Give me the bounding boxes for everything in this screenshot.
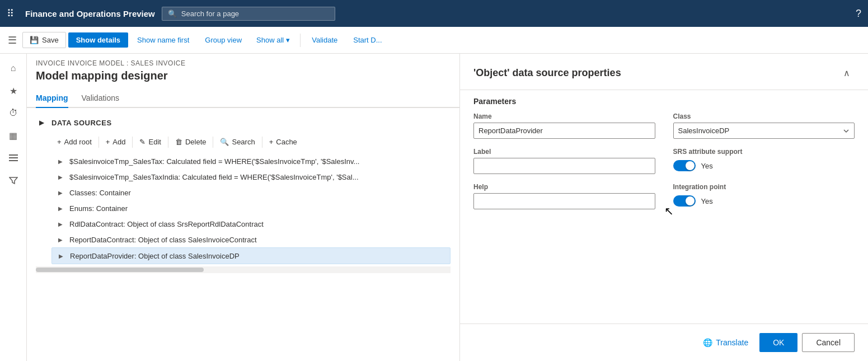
show-details-button[interactable]: Show details: [68, 32, 128, 48]
class-select[interactable]: SalesInvoiceDP: [673, 123, 855, 139]
ok-button[interactable]: OK: [759, 333, 797, 352]
delete-icon: 🗑: [175, 138, 182, 146]
integration-label: Integration point: [673, 183, 855, 191]
add-root-button[interactable]: + Add root: [51, 135, 97, 149]
chevron-right-icon: ▶: [56, 157, 65, 166]
parameters-section-header[interactable]: Parameters: [460, 90, 868, 112]
main-toolbar: ☰ 💾 Save Show details Show name first Gr…: [0, 27, 868, 54]
delete-button[interactable]: 🗑 Delete: [170, 135, 212, 149]
show-all-button[interactable]: Show all ▾: [251, 32, 295, 48]
svg-rect-2: [9, 160, 18, 161]
help-label: Help: [473, 183, 655, 191]
integration-toggle-thumb: [686, 196, 695, 205]
srs-toggle-label: Yes: [701, 162, 713, 170]
grid-icon[interactable]: ⠿: [7, 7, 14, 20]
panel-collapse-button[interactable]: ∧: [839, 65, 855, 81]
breadcrumb: INVOICE INVOICE MODEL : SALES INVOICE: [27, 54, 459, 67]
group-view-button[interactable]: Group view: [198, 32, 248, 48]
chevron-right-icon: ▶: [57, 251, 65, 260]
cursor-pointer: ↖: [664, 205, 674, 217]
ds-expand-button[interactable]: ▶: [36, 117, 47, 128]
tree-item[interactable]: ▶ RdlDataContract: Object of class SrsRe…: [51, 216, 451, 232]
tab-validations[interactable]: Validations: [82, 89, 119, 108]
cache-button[interactable]: + Cache: [264, 135, 303, 149]
show-name-first-button[interactable]: Show name first: [130, 32, 196, 48]
sidebar-item-list[interactable]: [3, 148, 24, 168]
validate-button[interactable]: Validate: [305, 32, 344, 48]
class-select-wrapper: SalesInvoiceDP: [673, 123, 855, 139]
sidebar-icons: ⌂ ★ ⏱ ▦: [0, 54, 27, 361]
ds-toolbar-sep2: [132, 137, 133, 148]
integration-toggle-row: Yes ↖: [673, 195, 855, 207]
search-placeholder: Search for a page: [181, 10, 239, 18]
panel-header: 'Object' data source properties ∧: [460, 54, 868, 90]
content-area: INVOICE INVOICE MODEL : SALES INVOICE Mo…: [27, 54, 459, 361]
toolbar-separator: [300, 34, 301, 47]
start-d-button[interactable]: Start D...: [346, 32, 388, 48]
tree-item[interactable]: ▶ ReportDataContract: Object of class Sa…: [51, 232, 451, 247]
ds-header: ▶ DATA SOURCES: [36, 112, 451, 133]
parameters-section-title: Parameters: [473, 97, 516, 106]
tree-item[interactable]: ▶ $SalesinvoiceTmp_SalesTax: Calculated …: [51, 153, 451, 169]
edit-button[interactable]: ✎ Edit: [134, 135, 166, 149]
ds-toolbar-sep4: [213, 137, 213, 148]
tabs-bar: Mapping Validations: [27, 89, 459, 108]
add-button[interactable]: + Add: [100, 135, 132, 149]
page-title: Model mapping designer: [27, 67, 459, 89]
chevron-down-icon: ▾: [286, 36, 290, 44]
chevron-right-icon: ▶: [56, 172, 65, 181]
help-field: Help: [473, 183, 655, 209]
translate-button[interactable]: 🌐 Translate: [696, 333, 755, 352]
sidebar-item-workspaces[interactable]: ▦: [3, 125, 24, 146]
help-input[interactable]: [473, 193, 655, 209]
sidebar-item-recent[interactable]: ⏱: [3, 103, 24, 123]
horizontal-scrollbar[interactable]: [36, 266, 451, 273]
chevron-right-icon: ▶: [56, 204, 65, 213]
srs-label: SRS attribute support: [673, 148, 855, 156]
tree-item[interactable]: ▶ Classes: Container: [51, 185, 451, 200]
class-label: Class: [673, 112, 855, 120]
save-button[interactable]: 💾 Save: [22, 32, 66, 48]
edit-icon: ✎: [139, 138, 146, 146]
svg-rect-0: [9, 154, 18, 156]
cache-icon: +: [269, 138, 274, 146]
chevron-right-icon: ▶: [56, 219, 65, 228]
add-icon: +: [106, 138, 110, 146]
hamburger-icon[interactable]: ☰: [4, 31, 20, 50]
tree-item[interactable]: ▶ $SalesinvoiceTmp_SalesTaxIndia: Calcul…: [51, 169, 451, 185]
svg-rect-1: [9, 157, 18, 158]
help-icon[interactable]: ?: [856, 8, 861, 20]
search-button[interactable]: 🔍 Search: [214, 135, 260, 149]
tree-item-selected[interactable]: ▶ ReportDataProvider: Object of class Sa…: [51, 247, 451, 264]
srs-toggle[interactable]: [673, 160, 696, 171]
data-sources-section: ▶ DATA SOURCES + Add root + Add ✎ Edit: [27, 108, 459, 361]
filter-icon: [9, 176, 18, 185]
right-panel: 'Object' data source properties ∧ Parame…: [459, 54, 868, 361]
name-input[interactable]: [473, 123, 655, 139]
integration-toggle-label: Yes: [701, 197, 713, 205]
tree-items: ▶ $SalesinvoiceTmp_SalesTax: Calculated …: [36, 153, 451, 264]
panel-title: 'Object' data source properties: [473, 67, 621, 79]
tree-item[interactable]: ▶ Enums: Container: [51, 200, 451, 216]
panel-footer: 🌐 Translate OK Cancel: [460, 324, 868, 361]
class-field: Class SalesInvoiceDP: [673, 112, 855, 139]
cancel-button[interactable]: Cancel: [802, 333, 855, 352]
label-input[interactable]: [473, 158, 655, 174]
integration-toggle[interactable]: [673, 195, 696, 207]
srs-toggle-row: Yes: [673, 160, 855, 171]
tab-mapping[interactable]: Mapping: [36, 89, 68, 108]
search-icon: 🔍: [168, 10, 177, 18]
scrollbar-thumb[interactable]: [36, 268, 204, 272]
name-label: Name: [473, 112, 655, 120]
ds-toolbar-sep3: [168, 137, 168, 148]
sidebar-item-home[interactable]: ⌂: [3, 58, 24, 78]
label-label: Label: [473, 148, 655, 156]
name-field: Name: [473, 112, 655, 139]
search-box[interactable]: 🔍 Search for a page: [162, 7, 335, 21]
srs-toggle-thumb: [686, 161, 695, 170]
sidebar-filter-icon[interactable]: [3, 170, 24, 190]
app-title: Finance and Operations Preview: [25, 9, 155, 18]
top-nav: ⠿ Finance and Operations Preview 🔍 Searc…: [0, 0, 868, 27]
sidebar-item-favorites[interactable]: ★: [3, 81, 24, 101]
ds-toolbar: + Add root + Add ✎ Edit 🗑 Delete: [36, 133, 451, 153]
